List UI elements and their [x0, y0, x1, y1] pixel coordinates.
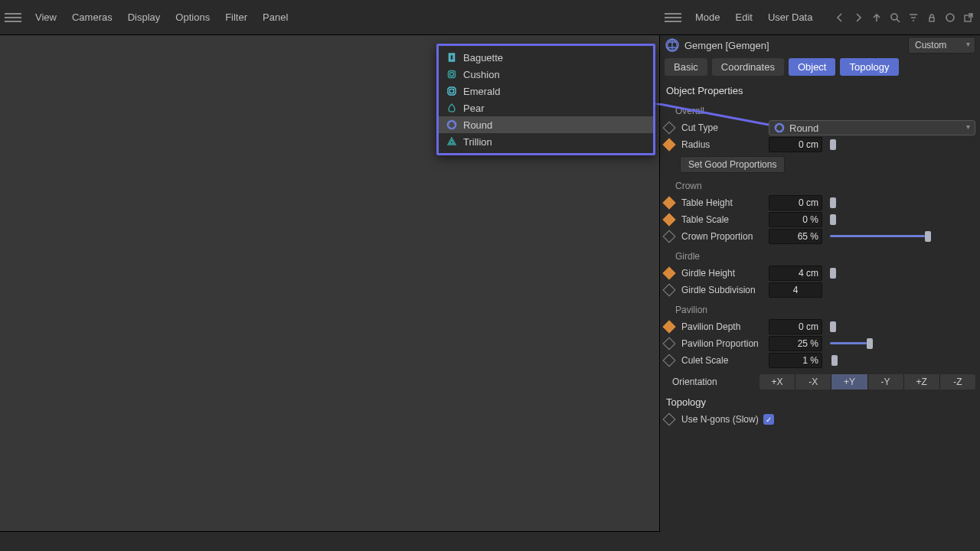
option-baguette[interactable]: Baguette: [439, 49, 653, 66]
section-object-properties: Object Properties: [660, 79, 980, 99]
tab-topology[interactable]: Topology: [840, 58, 898, 76]
search-icon[interactable]: [888, 11, 902, 24]
option-cushion[interactable]: Cushion: [439, 66, 653, 83]
menu-panel[interactable]: Panel: [255, 8, 296, 26]
culet-scale-field[interactable]: 1 %: [769, 353, 822, 368]
table-height-field[interactable]: 0 cm: [769, 195, 822, 210]
menu-user-data[interactable]: User Data: [760, 8, 821, 26]
menu-options[interactable]: Options: [168, 8, 217, 26]
cut-type-select[interactable]: Round: [769, 120, 975, 135]
pavilion-proportion-slider[interactable]: [830, 336, 975, 351]
gem-emerald-icon: [446, 86, 457, 96]
girdle-subdivision-field[interactable]: 4: [769, 282, 822, 298]
orient-minus-x[interactable]: -X: [795, 374, 831, 390]
gem-baguette-icon: [446, 52, 457, 63]
keyframe-icon[interactable]: [663, 214, 676, 227]
viewport-menus: View Cameras Display Options Filter Pane…: [28, 8, 296, 26]
lock-icon[interactable]: [925, 11, 939, 24]
orient-minus-y[interactable]: -Y: [868, 374, 904, 390]
keyframe-icon[interactable]: [663, 197, 676, 210]
object-name: Gemgen [Gemgen]: [684, 40, 769, 51]
gem-small-icon: [774, 122, 785, 133]
keyframe-icon[interactable]: [663, 122, 676, 135]
girdle-height-field[interactable]: 4 cm: [769, 266, 822, 281]
label-radius: Radius: [681, 139, 764, 150]
tab-coordinates[interactable]: Coordinates: [712, 58, 784, 76]
option-emerald[interactable]: Emerald: [439, 83, 653, 99]
option-round[interactable]: Round: [439, 116, 653, 133]
option-label: Trillion: [463, 136, 492, 148]
menu-mode[interactable]: Mode: [688, 8, 728, 26]
set-good-proportions-button[interactable]: Set Good Proportions: [680, 156, 785, 173]
svg-point-3: [891, 14, 897, 20]
label-cut-type: Cut Type: [681, 122, 764, 133]
menu-edit[interactable]: Edit: [728, 8, 760, 26]
tab-object[interactable]: Object: [789, 58, 836, 76]
keyframe-icon[interactable]: [663, 337, 676, 350]
pavilion-depth-slider[interactable]: [830, 319, 975, 334]
option-trillion[interactable]: Trillion: [439, 133, 653, 150]
use-ngons-checkbox[interactable]: ✓: [763, 414, 774, 425]
prop-radius: Radius 0 cm: [665, 136, 975, 153]
menu-view[interactable]: View: [28, 8, 64, 26]
keyframe-icon[interactable]: [663, 267, 676, 280]
prop-table-scale: Table Scale 0 %: [665, 211, 975, 228]
preset-label: Custom: [915, 40, 946, 51]
gem-round-icon: [446, 119, 457, 130]
back-icon[interactable]: [833, 11, 847, 24]
pavilion-proportion-field[interactable]: 25 %: [769, 336, 822, 351]
forward-icon[interactable]: [851, 11, 865, 24]
label-table-scale: Table Scale: [681, 214, 764, 225]
menu-filter[interactable]: Filter: [217, 8, 255, 26]
prop-cut-type: Cut Type Round: [665, 119, 975, 136]
pavilion-depth-field[interactable]: 0 cm: [769, 319, 822, 334]
up-icon[interactable]: [870, 11, 884, 24]
keyframe-icon[interactable]: [663, 321, 676, 334]
preset-select[interactable]: Custom: [908, 37, 975, 54]
gem-icon: [665, 37, 680, 53]
radius-slider[interactable]: [830, 137, 975, 152]
prop-culet-scale: Culet Scale 1 %: [665, 352, 975, 369]
tab-basic[interactable]: Basic: [665, 58, 707, 76]
label-orientation: Orientation: [672, 377, 755, 387]
option-pear[interactable]: Pear: [439, 99, 653, 116]
svg-point-5: [946, 14, 954, 21]
label-pavilion-proportion: Pavilion Proportion: [681, 338, 764, 349]
popout-icon[interactable]: [962, 11, 975, 24]
attr-hamburger-icon[interactable]: [665, 9, 681, 26]
svg-point-13: [450, 73, 454, 77]
table-height-slider[interactable]: [830, 195, 975, 210]
prop-orientation: Orientation +X -X +Y -Y +Z -Z: [665, 373, 975, 390]
keyframe-icon[interactable]: [663, 413, 676, 426]
crown-proportion-field[interactable]: 65 %: [769, 229, 822, 244]
culet-scale-slider[interactable]: [830, 353, 975, 368]
svg-rect-4: [929, 18, 934, 21]
orient-plus-y[interactable]: +Y: [831, 374, 867, 390]
keyframe-icon[interactable]: [663, 230, 676, 243]
attribute-panel: Mode Edit User Data Gemgen [Gemgen] Cust…: [660, 0, 980, 551]
table-scale-slider[interactable]: [830, 212, 975, 227]
orient-plus-z[interactable]: +Z: [904, 374, 940, 390]
label-culet-scale: Culet Scale: [681, 355, 764, 366]
orient-minus-z[interactable]: -Z: [940, 374, 975, 390]
keyframe-icon[interactable]: [663, 284, 676, 297]
orient-plus-x[interactable]: +X: [760, 374, 795, 390]
crown-proportion-slider[interactable]: [830, 229, 975, 244]
radius-field[interactable]: 0 cm: [769, 137, 822, 152]
option-label: Cushion: [463, 69, 500, 80]
prop-crown-proportion: Crown Proportion 65 %: [665, 228, 975, 245]
viewport-hamburger-icon[interactable]: [5, 9, 21, 26]
table-scale-field[interactable]: 0 %: [769, 212, 822, 227]
prop-pavilion-depth: Pavilion Depth 0 cm: [665, 318, 975, 335]
ring-icon[interactable]: [943, 11, 957, 24]
label-pavilion-depth: Pavilion Depth: [681, 321, 764, 332]
menu-cameras[interactable]: Cameras: [64, 8, 120, 26]
keyframe-icon[interactable]: [663, 354, 676, 367]
filter-icon[interactable]: [906, 11, 920, 24]
cut-type-dropdown: Baguette Cushion Emerald Pear Round Tril…: [436, 44, 655, 155]
prop-pavilion-proportion: Pavilion Proportion 25 %: [665, 335, 975, 352]
option-label: Pear: [463, 103, 484, 114]
keyframe-icon[interactable]: [663, 139, 676, 152]
girdle-height-slider[interactable]: [830, 266, 975, 281]
menu-display[interactable]: Display: [120, 8, 168, 26]
